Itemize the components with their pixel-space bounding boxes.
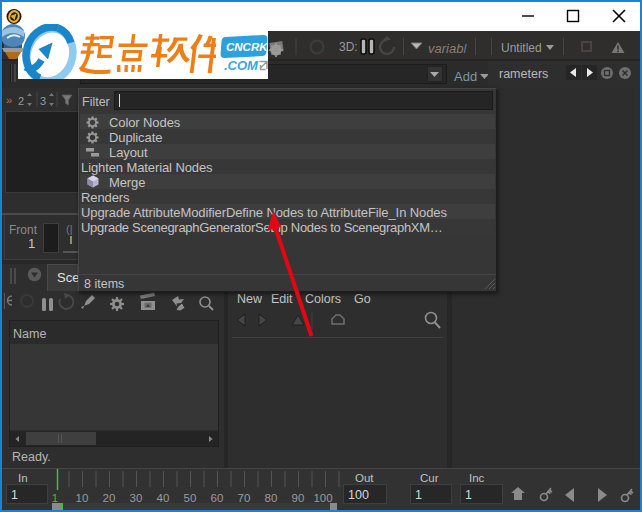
svg-text:2: 2 xyxy=(18,95,24,107)
svg-text:3: 3 xyxy=(40,95,46,107)
svg-text:»: » xyxy=(6,94,12,106)
svg-text:3D:: 3D: xyxy=(339,40,358,54)
